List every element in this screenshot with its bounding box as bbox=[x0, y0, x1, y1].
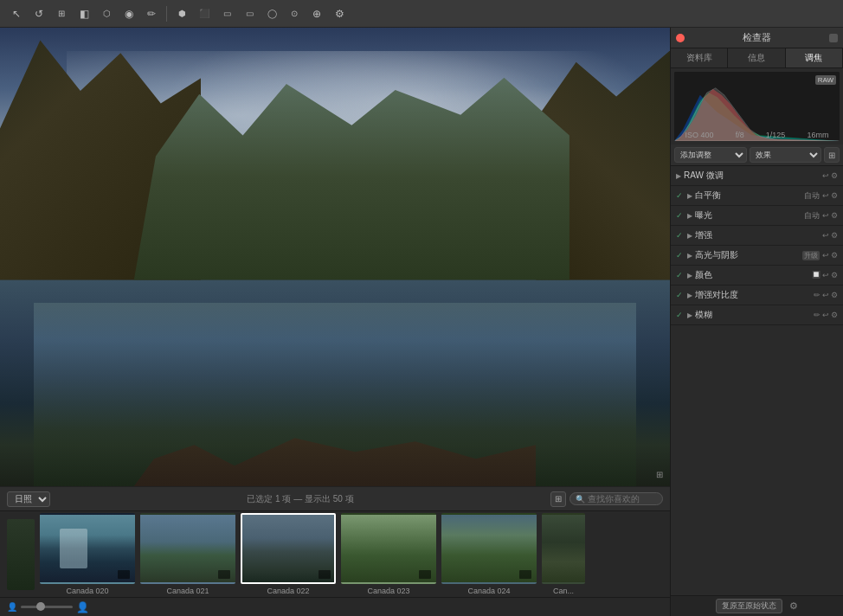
filmstrip-item-canada023[interactable]: Canada 023 bbox=[341, 513, 436, 595]
filmstrip-item-canada022[interactable]: Canada 022 bbox=[241, 513, 336, 595]
adj-reset-wb[interactable]: ↩ bbox=[822, 191, 829, 200]
adjustments-add-btn[interactable]: ⊞ bbox=[824, 147, 840, 163]
adj-row-enhance[interactable]: ✓ ▶ 增强 ↩ ⚙ bbox=[671, 226, 843, 245]
filmstrip-item-canada021[interactable]: Canada 021 bbox=[140, 513, 235, 595]
adj-section-blur: ✓ ▶ 模糊 ✏ ↩ ⚙ bbox=[671, 305, 843, 325]
mask-tool-btn[interactable]: ◯ bbox=[262, 4, 281, 23]
stamp-tool-btn[interactable]: ⬢ bbox=[172, 4, 191, 23]
adj-check-wb: ✓ bbox=[676, 191, 685, 200]
filmstrip: 日照 已选定 1 项 — 显示出 50 项 ⊞ 🔍 bbox=[0, 486, 670, 616]
retouch-tool-btn[interactable]: ◉ bbox=[119, 4, 138, 23]
preset-select[interactable]: 添加调整 bbox=[674, 147, 747, 163]
thumb-label-canada023: Canada 023 bbox=[367, 587, 409, 595]
view-tool-btn[interactable]: ▭ bbox=[240, 4, 259, 23]
adj-gear-exp[interactable]: ⚙ bbox=[831, 211, 838, 220]
rotate-tool-btn[interactable]: ↺ bbox=[29, 4, 48, 23]
hist-iso: ISO 400 bbox=[685, 131, 714, 139]
adj-section-raw: ▶ RAW 微调 ↩ ⚙ bbox=[671, 166, 843, 186]
main-area: ⊞ 日照 已选定 1 项 — 显示出 50 项 ⊞ 🔍 bbox=[0, 28, 843, 616]
adj-reset-highlight[interactable]: ↩ bbox=[822, 251, 829, 260]
adjustments-list: ▶ RAW 微调 ↩ ⚙ ✓ ▶ 白平衡 自动 ↩ ⚙ bbox=[671, 166, 843, 595]
zoom-track[interactable] bbox=[21, 606, 73, 608]
tab-library[interactable]: 资料库 bbox=[671, 48, 728, 67]
library-tool-btn[interactable]: ⊞ bbox=[52, 4, 71, 23]
distort-tool-btn[interactable]: ⬡ bbox=[97, 4, 116, 23]
adj-title-exp: 曝光 bbox=[695, 209, 801, 221]
adj-title-contrast: 增强对比度 bbox=[695, 289, 811, 301]
select-tool-btn[interactable]: ↖ bbox=[7, 4, 26, 23]
filmstrip-item-canada024[interactable]: Canada 024 bbox=[441, 513, 537, 595]
adj-reset-contrast[interactable]: ↩ bbox=[822, 291, 829, 299]
adj-section-wb: ✓ ▶ 白平衡 自动 ↩ ⚙ bbox=[671, 186, 843, 206]
adj-gear-highlight[interactable]: ⚙ bbox=[831, 251, 838, 260]
inspector-panel: 检查器 资料库 信息 调焦 bbox=[670, 28, 843, 616]
thumb-img-canada025 bbox=[542, 513, 585, 584]
adj-icons-raw: ↩ ⚙ bbox=[822, 171, 838, 180]
filmstrip-search[interactable]: 🔍 bbox=[570, 492, 663, 505]
tab-adjust[interactable]: 调焦 bbox=[786, 48, 843, 67]
zoom-handle[interactable] bbox=[36, 602, 45, 611]
thumb-img-canada021 bbox=[140, 513, 235, 584]
align-tool-btn[interactable]: ⬛ bbox=[195, 4, 214, 23]
effect-select[interactable]: 效果 bbox=[750, 147, 822, 163]
restore-original-btn[interactable]: 复原至原始状态 bbox=[716, 599, 782, 613]
tab-info[interactable]: 信息 bbox=[728, 48, 785, 67]
adj-row-exp[interactable]: ✓ ▶ 曝光 自动 ↩ ⚙ bbox=[671, 206, 843, 225]
adj-gear-blur[interactable]: ⚙ bbox=[831, 311, 838, 319]
adj-reset-color[interactable]: ↩ bbox=[822, 271, 829, 279]
small-thumb-img bbox=[7, 519, 35, 590]
photo-viewer[interactable]: ⊞ bbox=[0, 28, 670, 486]
thumb-label-canada025: Can... bbox=[553, 587, 574, 595]
hist-focal: 16mm bbox=[807, 131, 828, 139]
adj-title-enhance: 增强 bbox=[695, 229, 817, 241]
adj-row-raw[interactable]: ▶ RAW 微调 ↩ ⚙ bbox=[671, 166, 843, 185]
histogram-info: ISO 400 f/8 1/125 16mm bbox=[674, 131, 840, 139]
adj-icons-enhance: ↩ ⚙ bbox=[822, 231, 838, 240]
adj-row-contrast[interactable]: ✓ ▶ 增强对比度 ✏ ↩ ⚙ bbox=[671, 286, 843, 305]
adj-row-color[interactable]: ✓ ▶ 颜色 🔲 ↩ ⚙ bbox=[671, 266, 843, 285]
adj-pen-blur[interactable]: ✏ bbox=[814, 311, 820, 319]
toolbar-divider-1 bbox=[166, 6, 167, 22]
adj-gear-raw[interactable]: ⚙ bbox=[831, 171, 838, 180]
thumb-info-icon-023 bbox=[419, 570, 431, 579]
settings-tool-btn[interactable]: ⚙ bbox=[330, 4, 349, 23]
filmstrip-toolbar: 日照 已选定 1 项 — 显示出 50 项 ⊞ 🔍 bbox=[0, 487, 670, 511]
filmstrip-view-btn[interactable]: ⊞ bbox=[550, 491, 566, 507]
adj-row-highlight[interactable]: ✓ ▶ 高光与阴影 升级 ↩ ⚙ bbox=[671, 246, 843, 265]
paint-tool-btn[interactable]: ✏ bbox=[142, 4, 161, 23]
adj-status-wb: 自动 bbox=[804, 190, 820, 202]
thumb-label-canada022: Canada 022 bbox=[267, 587, 309, 595]
adj-section-contrast: ✓ ▶ 增强对比度 ✏ ↩ ⚙ bbox=[671, 286, 843, 305]
crop-tool-btn[interactable]: ◧ bbox=[74, 4, 93, 23]
adj-reset-blur[interactable]: ↩ bbox=[822, 311, 829, 319]
adj-reset-raw[interactable]: ↩ bbox=[822, 171, 829, 180]
adj-row-blur[interactable]: ✓ ▶ 模糊 ✏ ↩ ⚙ bbox=[671, 305, 843, 324]
filmstrip-item-canada020[interactable]: Canada 020 bbox=[40, 513, 135, 595]
adj-check-enhance: ✓ bbox=[676, 231, 685, 240]
adj-gear-contrast[interactable]: ⚙ bbox=[831, 291, 838, 299]
adj-section-exp: ✓ ▶ 曝光 自动 ↩ ⚙ bbox=[671, 206, 843, 226]
inspector-close-btn[interactable] bbox=[676, 34, 685, 42]
filmstrip-filter-select[interactable]: 日照 bbox=[7, 491, 50, 507]
adj-gear-enhance[interactable]: ⚙ bbox=[831, 231, 838, 240]
footer-gear-icon[interactable]: ⚙ bbox=[789, 600, 798, 612]
adj-title-color: 颜色 bbox=[695, 269, 809, 281]
filmstrip-search-input[interactable] bbox=[588, 494, 657, 504]
main-toolbar: ↖ ↺ ⊞ ◧ ⬡ ◉ ✏ ⬢ ⬛ ▭ ▭ ◯ ⊙ ⊕ ⚙ bbox=[0, 0, 843, 28]
adj-row-wb[interactable]: ✓ ▶ 白平衡 自动 ↩ ⚙ bbox=[671, 186, 843, 205]
zoom-tool-btn[interactable]: ⊕ bbox=[307, 4, 326, 23]
adj-reset-enhance[interactable]: ↩ bbox=[822, 231, 829, 240]
adj-arrow-enhance: ▶ bbox=[687, 232, 692, 240]
hist-shutter: 1/125 bbox=[766, 131, 786, 139]
adj-reset-exp[interactable]: ↩ bbox=[822, 211, 829, 220]
adj-pen-contrast[interactable]: ✏ bbox=[814, 291, 820, 299]
zoom-slider[interactable]: 👤 👤 bbox=[7, 601, 89, 613]
filmstrip-small-thumb[interactable] bbox=[7, 519, 35, 590]
info-tool-btn[interactable]: ⊙ bbox=[285, 4, 304, 23]
adj-gear-color[interactable]: ⚙ bbox=[831, 271, 838, 279]
thumb-info-icon-024 bbox=[519, 570, 531, 579]
inspector-expand-btn[interactable] bbox=[829, 34, 838, 42]
filter-tool-btn[interactable]: ▭ bbox=[217, 4, 236, 23]
adj-gear-wb[interactable]: ⚙ bbox=[831, 191, 838, 200]
filmstrip-item-canada025[interactable]: Can... bbox=[542, 513, 585, 595]
